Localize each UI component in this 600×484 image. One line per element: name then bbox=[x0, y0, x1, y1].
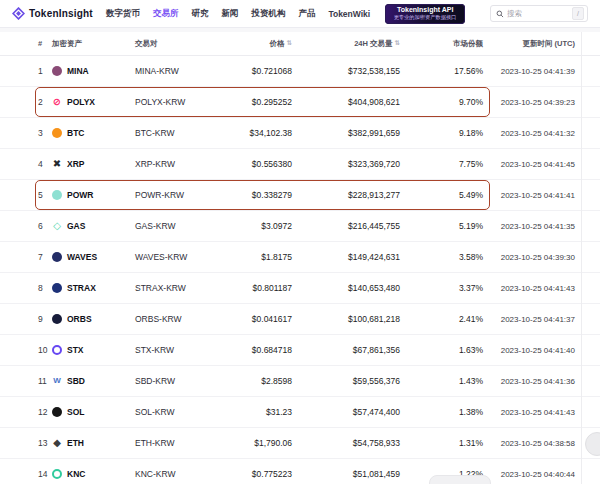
price: $0.041617 bbox=[235, 314, 292, 324]
market-share: 3.58% bbox=[400, 252, 483, 262]
market-share: 5.19% bbox=[400, 221, 483, 231]
trading-pair: POWR-KRW bbox=[135, 190, 235, 200]
waves-coin-icon bbox=[52, 252, 62, 262]
market-share: 1.63% bbox=[400, 345, 483, 355]
updated-time: 2023-10-25 04:41:36 bbox=[483, 377, 575, 386]
market-share: 1.43% bbox=[400, 376, 483, 386]
price: $0.801187 bbox=[235, 283, 292, 293]
nav-item-4[interactable]: 投资机构 bbox=[251, 8, 285, 20]
asset-cell: ◆ ETH bbox=[52, 438, 135, 448]
trading-pair: XRP-KRW bbox=[135, 159, 235, 169]
header-share: 市场份额 bbox=[400, 39, 483, 49]
updated-time: 2023-10-25 04:41:41 bbox=[483, 191, 575, 200]
table-row[interactable]: 1 MINA MINA-KRW $0.721068 $732,538,155 1… bbox=[0, 56, 600, 87]
volume-24h: $51,081,459 bbox=[292, 469, 400, 479]
nav-item-0[interactable]: 数字货币 bbox=[106, 8, 140, 20]
header-volume-sort[interactable]: 24H 交易量⇅ bbox=[292, 39, 400, 49]
gas-coin-icon: ◇ bbox=[52, 221, 62, 231]
asset-cell: W SBD bbox=[52, 376, 135, 386]
trading-pair: STX-KRW bbox=[135, 345, 235, 355]
asset-cell: KNC bbox=[52, 469, 135, 479]
table-row[interactable]: 11 W SBD SBD-KRW $2.8598 $59,556,376 1.4… bbox=[0, 366, 600, 397]
asset-symbol: KNC bbox=[67, 469, 85, 479]
nav-item-1[interactable]: 交易所 bbox=[153, 8, 179, 20]
nav-item-3[interactable]: 新闻 bbox=[221, 8, 238, 20]
rank-number: 14 bbox=[38, 469, 52, 479]
trading-pair: SOL-KRW bbox=[135, 407, 235, 417]
table-right-divider bbox=[581, 32, 582, 484]
volume-24h: $100,681,218 bbox=[292, 314, 400, 324]
header-price-sort[interactable]: 价格⇅ bbox=[235, 39, 292, 49]
sbd-coin-icon: W bbox=[52, 376, 62, 386]
eth-coin-icon: ◆ bbox=[52, 438, 62, 448]
search-box[interactable]: / bbox=[490, 5, 588, 22]
volume-24h: $732,538,155 bbox=[292, 66, 400, 76]
trading-pair: POLYX-KRW bbox=[135, 97, 235, 107]
trading-pair: STRAX-KRW bbox=[135, 283, 235, 293]
table-row[interactable]: 12 SOL SOL-KRW $31.23 $57,474,400 1.38% … bbox=[0, 397, 600, 428]
knc-coin-icon bbox=[52, 469, 62, 479]
rank-number: 8 bbox=[38, 283, 52, 293]
volume-24h: $382,991,659 bbox=[292, 128, 400, 138]
table-row[interactable]: 14 KNC KNC-KRW $0.775223 $51,081,459 1.2… bbox=[0, 459, 600, 484]
table-row[interactable]: 13 ◆ ETH ETH-KRW $1,790.06 $54,758,933 1… bbox=[0, 428, 600, 459]
table-row[interactable]: 7 WAVES WAVES-KRW $1.8175 $149,424,631 3… bbox=[0, 242, 600, 273]
price: $0.684718 bbox=[235, 345, 292, 355]
nav-item-6[interactable]: TokenWiki bbox=[328, 9, 370, 19]
market-share: 1.31% bbox=[400, 438, 483, 448]
mina-coin-icon bbox=[52, 66, 62, 76]
header-updated: 更新时间 (UTC) bbox=[483, 39, 575, 49]
updated-time: 2023-10-25 04:41:40 bbox=[483, 346, 575, 355]
trading-pair: WAVES-KRW bbox=[135, 252, 235, 262]
market-share: 1.38% bbox=[400, 407, 483, 417]
nav-item-2[interactable]: 研究 bbox=[191, 8, 208, 20]
rank-number: 1 bbox=[38, 66, 52, 76]
volume-24h: $228,913,277 bbox=[292, 190, 400, 200]
nav-menu: 数字货币交易所研究新闻投资机构产品TokenWiki bbox=[106, 8, 370, 20]
table-row[interactable]: 9 ORBS ORBS-KRW $0.041617 $100,681,218 2… bbox=[0, 304, 600, 335]
updated-time: 2023-10-25 04:41:43 bbox=[483, 408, 575, 417]
price: $0.721068 bbox=[235, 66, 292, 76]
updated-time: 2023-10-25 04:38:58 bbox=[483, 439, 575, 448]
rank-number: 2 bbox=[38, 97, 52, 107]
trading-pair: ETH-KRW bbox=[135, 438, 235, 448]
polyx-coin-icon: ⊘ bbox=[52, 97, 62, 107]
market-share: 9.70% bbox=[400, 97, 483, 107]
asset-cell: BTC bbox=[52, 128, 135, 138]
powr-coin-icon bbox=[52, 190, 62, 200]
orbs-coin-icon bbox=[52, 314, 62, 324]
table-row[interactable]: 3 BTC BTC-KRW $34,102.38 $382,991,659 9.… bbox=[0, 118, 600, 149]
updated-time: 2023-10-25 04:41:35 bbox=[483, 222, 575, 231]
volume-24h: $54,758,933 bbox=[292, 438, 400, 448]
table-row[interactable]: 6 ◇ GAS GAS-KRW $3.0972 $216,445,755 5.1… bbox=[0, 211, 600, 242]
table-row[interactable]: 5 POWR POWR-KRW $0.338279 $228,913,277 5… bbox=[0, 180, 600, 211]
trading-pair: ORBS-KRW bbox=[135, 314, 235, 324]
brand[interactable]: TokenInsight bbox=[12, 7, 93, 20]
asset-symbol: MINA bbox=[67, 66, 89, 76]
updated-time: 2023-10-25 04:41:43 bbox=[483, 284, 575, 293]
table-row[interactable]: 10 STX STX-KRW $0.684718 $67,861,356 1.6… bbox=[0, 335, 600, 366]
trading-pair: KNC-KRW bbox=[135, 469, 235, 479]
header-asset: 加密资产 bbox=[52, 39, 135, 49]
top-navbar: TokenInsight 数字货币交易所研究新闻投资机构产品TokenWiki … bbox=[0, 0, 600, 28]
table-row[interactable]: 8 STRAX STRAX-KRW $0.801187 $140,653,480… bbox=[0, 273, 600, 304]
price: $1.8175 bbox=[235, 252, 292, 262]
nav-item-5[interactable]: 产品 bbox=[298, 8, 315, 20]
table-header-row: # 加密资产 交易对 价格⇅ 24H 交易量⇅ 市场份额 更新时间 (UTC) bbox=[0, 32, 600, 56]
asset-cell: POWR bbox=[52, 190, 135, 200]
market-share: 3.37% bbox=[400, 283, 483, 293]
brand-name: TokenInsight bbox=[29, 8, 93, 19]
updated-time: 2023-10-25 04:41:45 bbox=[483, 160, 575, 169]
api-badge-button[interactable]: TokenInsight API 更专业的加密资产数据接口 bbox=[385, 4, 465, 24]
updated-time: 2023-10-25 04:40:44 bbox=[483, 470, 575, 479]
asset-symbol: POLYX bbox=[67, 97, 95, 107]
price: $0.295252 bbox=[235, 97, 292, 107]
asset-symbol: GAS bbox=[67, 221, 85, 231]
rank-number: 6 bbox=[38, 221, 52, 231]
asset-cell: ⊘ POLYX bbox=[52, 97, 135, 107]
search-input[interactable] bbox=[507, 9, 569, 18]
table-row[interactable]: 4 ✖ XRP XRP-KRW $0.556380 $323,369,720 7… bbox=[0, 149, 600, 180]
rank-number: 12 bbox=[38, 407, 52, 417]
table-row[interactable]: 2 ⊘ POLYX POLYX-KRW $0.295252 $404,908,6… bbox=[0, 87, 600, 118]
asset-cell: ✖ XRP bbox=[52, 159, 135, 169]
